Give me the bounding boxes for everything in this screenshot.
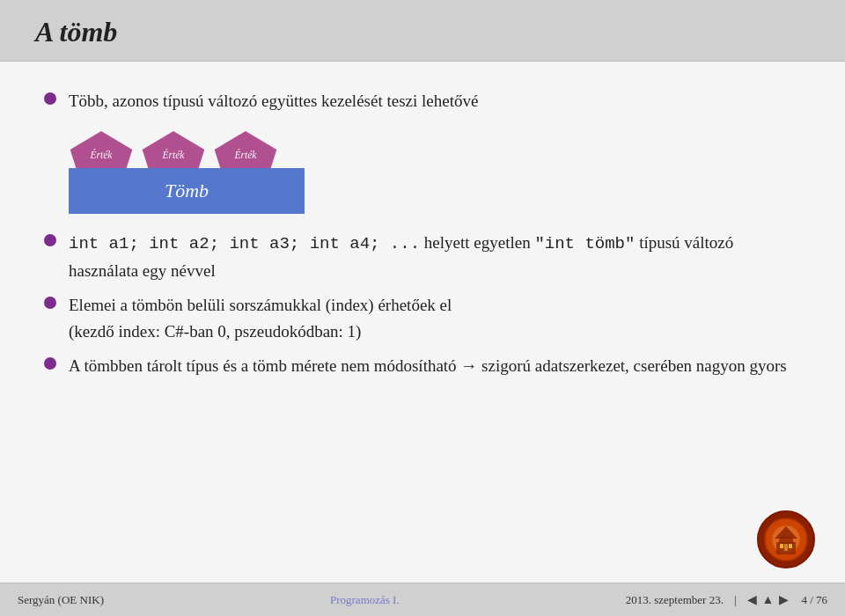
bullet-text-4: A tömbben tárolt típus és a tömb mérete …	[69, 353, 787, 378]
footer-bar: Sergyán (OE NIK) Programozás I. 2013. sz…	[0, 583, 845, 616]
svg-rect-12	[780, 544, 783, 548]
svg-text:Érték: Érték	[234, 149, 258, 160]
slide-content: Több, azonos típusú változó együttes kez…	[0, 62, 845, 616]
bullet-dot-3	[44, 297, 56, 309]
array-diagram: Érték Érték Érték	[69, 131, 801, 214]
array-cell-1: Érték	[141, 131, 206, 168]
footer-nav: 2013. szeptember 23. | ◀ ▲ ▶ 4 / 76	[626, 592, 827, 607]
svg-text:Érték: Érték	[162, 149, 186, 160]
svg-text:Érték: Érték	[90, 149, 114, 160]
bullet-item-4: A tömbben tárolt típus és a tömb mérete …	[44, 353, 801, 378]
svg-rect-14	[784, 544, 788, 551]
bullet2-text1: helyett egyetlen	[420, 233, 534, 252]
bullet-item-2: int a1; int a2; int a3; int a4; ... hely…	[44, 230, 801, 283]
bullet-item-3: Elemei a tömbön belüli sorszámukkal (ind…	[44, 292, 801, 344]
footer-page: 4 / 76	[801, 593, 827, 607]
slide-header: A tömb	[0, 0, 845, 62]
bullet-dot-4	[44, 357, 56, 370]
bullet-dot-2	[44, 234, 56, 246]
slide-title: A tömb	[35, 16, 810, 48]
bullet-item-1: Több, azonos típusú változó együttes kez…	[44, 88, 801, 114]
array-body: Tömb	[69, 168, 305, 214]
nav-separator: |	[734, 593, 737, 607]
array-main-box: Tömb	[69, 168, 305, 214]
bullet2-quoted: "int tömb"	[534, 234, 635, 253]
bullet-text-2: int a1; int a2; int a3; int a4; ... hely…	[69, 230, 801, 283]
pentagon-shape-0: Érték	[69, 131, 134, 168]
footer-center: Programozás I.	[330, 593, 400, 607]
bullet2-code: int a1; int a2; int a3; int a4; ...	[69, 234, 420, 253]
nav-up-arrow[interactable]: ▲	[762, 593, 775, 607]
nav-right-arrow[interactable]: ▶	[779, 592, 789, 607]
array-tops: Érték Érték Érték	[69, 131, 285, 168]
nav-left-arrow[interactable]: ◀	[747, 592, 757, 607]
logo-area	[757, 510, 819, 572]
bullet-text-1: Több, azonos típusú változó együttes kez…	[69, 88, 478, 114]
slide: A tömb Több, azonos típusú változó együt…	[0, 0, 845, 616]
bullet-dot-1	[44, 92, 56, 105]
bullet3-sub: (kezdő index: C#-ban 0, pszeudokódban: 1…	[69, 322, 361, 341]
array-main-label: Tömb	[165, 180, 209, 202]
array-cell-0: Érték	[69, 131, 134, 168]
pentagon-shape-1: Érték	[141, 131, 206, 168]
university-logo	[757, 510, 815, 568]
bullet-text-3: Elemei a tömbön belüli sorszámukkal (ind…	[69, 292, 452, 344]
svg-rect-13	[789, 544, 792, 548]
pentagon-shape-2: Érték	[213, 131, 278, 168]
bullet3-main: Elemei a tömbön belüli sorszámukkal (ind…	[69, 296, 452, 314]
footer-left: Sergyán (OE NIK)	[18, 593, 104, 607]
array-cell-2: Érték	[213, 131, 278, 168]
footer-date: 2013. szeptember 23.	[626, 593, 724, 607]
